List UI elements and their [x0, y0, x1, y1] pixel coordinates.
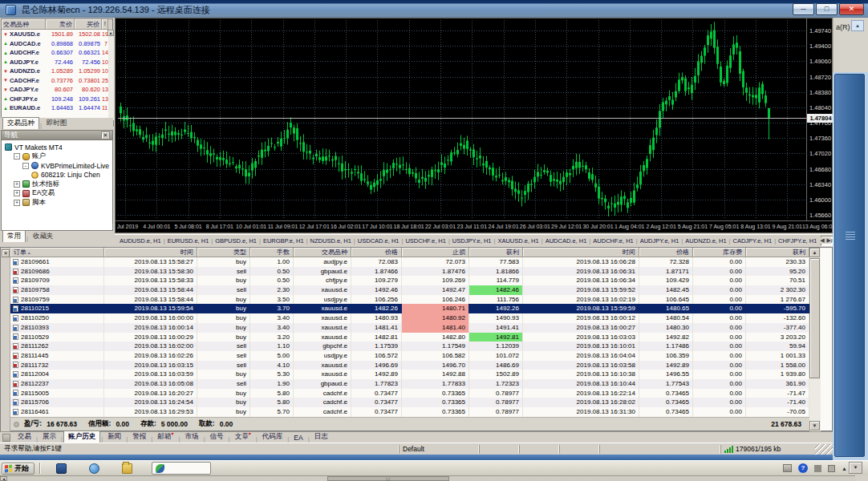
- history-header-cell[interactable]: 交易品种: [294, 248, 351, 257]
- history-header-cell[interactable]: 时间: [523, 248, 639, 257]
- history-row[interactable]: 281102152019.08.13 15:59:54buy3.70xauusd…: [10, 304, 809, 313]
- price-chart-canvas[interactable]: [118, 20, 806, 219]
- terminal-tab-item[interactable]: 文章▾: [231, 430, 255, 443]
- history-header-cell[interactable]: 价格: [351, 248, 402, 257]
- history-header-cell[interactable]: 类型: [197, 248, 250, 257]
- market-watch-row[interactable]: ▲AUDCHF.e0.663070.6632114: [2, 48, 108, 58]
- chart-tab[interactable]: USDJPY.e, H1: [450, 236, 494, 245]
- terminal-tab-item[interactable]: 展示: [39, 431, 60, 443]
- navigator-tab[interactable]: 常用: [2, 230, 26, 242]
- collapse-icon[interactable]: -: [14, 153, 20, 160]
- navigator-tab[interactable]: 收藏夹: [29, 231, 58, 242]
- quick-launch-media-icon[interactable]: [89, 463, 99, 474]
- navigator-tree[interactable]: VT Makets MT4-账户-KVBPrimeLimited-Live608…: [1, 140, 113, 231]
- chart-tab[interactable]: NZDUSD.e, H1: [308, 236, 354, 245]
- chart-tab[interactable]: XAUUSD.e, H1: [495, 236, 541, 245]
- chart-tab[interactable]: GBPUSD.e, H1: [213, 236, 259, 245]
- history-header-cell[interactable]: 止损: [402, 248, 469, 257]
- chart-tab[interactable]: AUDJPY.e, H1: [638, 236, 682, 245]
- history-header-cell[interactable]: 手数: [250, 248, 294, 257]
- terminal-tab-item[interactable]: 警报: [128, 431, 150, 443]
- market-watch-row[interactable]: ▼XAUUSD.e1501.891502.0819: [2, 30, 108, 39]
- tray-icon[interactable]: [828, 465, 835, 472]
- tray-expand-icon[interactable]: ▲: [842, 466, 847, 471]
- market-watch-row[interactable]: ▼AUDNZD.e1.052891.0529910: [2, 67, 108, 76]
- chart-tab[interactable]: EURGBP.e, H1: [261, 236, 306, 245]
- quick-launch-folder-icon[interactable]: [122, 463, 132, 474]
- resize-grip-icon[interactable]: [815, 444, 833, 455]
- history-row[interactable]: 281120042019.08.13 16:03:59buy5.30xauusd…: [10, 370, 809, 379]
- navigator-item[interactable]: -账户: [2, 152, 112, 162]
- minimize-button[interactable]: ─: [793, 3, 814, 15]
- history-row[interactable]: 281097582019.08.13 15:58:44sell2.30xauus…: [10, 285, 809, 295]
- terminal-tab-item[interactable]: 邮箱▾: [153, 430, 177, 443]
- expand-icon[interactable]: +: [14, 190, 20, 196]
- history-row[interactable]: 281097092019.08.13 15:58:33buy0.50chfjpy…: [10, 276, 809, 285]
- market-watch-list[interactable]: ▼XAUUSD.e1501.891502.0819▲AUDCAD.e0.8986…: [2, 30, 108, 119]
- navigator-close-icon[interactable]: ✕: [101, 131, 110, 139]
- navigator-item[interactable]: +脚本: [2, 198, 112, 208]
- start-button[interactable]: 开始: [2, 463, 34, 475]
- terminal-tab-item[interactable]: 市场: [180, 431, 202, 443]
- vertical-scrollbar[interactable]: [833, 72, 868, 460]
- scroll-down-icon[interactable]: ▼: [809, 421, 820, 430]
- navigator-item[interactable]: +EA交易: [2, 189, 112, 199]
- history-row[interactable]: 281117322019.08.13 16:03:15sell4.10xauus…: [10, 361, 809, 370]
- terminal-tab-item[interactable]: EA: [290, 433, 306, 443]
- help-tray-icon[interactable]: ?: [798, 463, 808, 473]
- collapse-icon[interactable]: -: [22, 163, 29, 169]
- terminal-close-icon[interactable]: ✕: [2, 249, 10, 257]
- history-row[interactable]: 281112622019.08.13 16:02:00sell1.10gbpch…: [10, 342, 809, 351]
- scrollbar-thumb[interactable]: |||: [327, 476, 449, 481]
- tab-scroll-right-icon[interactable]: ▶: [827, 237, 831, 244]
- chart-tab[interactable]: AUDUSD.e, H1: [117, 236, 164, 245]
- scroll-up-icon[interactable]: ▲: [809, 248, 820, 257]
- history-row[interactable]: 281097592019.08.13 15:58:44buy3.50usdjpy…: [10, 295, 809, 305]
- history-row[interactable]: 281105292019.08.13 16:00:29buy3.20xauusd…: [10, 333, 809, 342]
- chart-tab[interactable]: USDCAD.e, H1: [355, 236, 402, 245]
- printer-tray-icon[interactable]: [783, 464, 792, 472]
- chart-tab-scroll-arrows[interactable]: ◀▶: [817, 237, 831, 244]
- navigator-item[interactable]: -KVBPrimeLimited-Live: [2, 161, 112, 171]
- history-row[interactable]: 281157062019.08.13 16:24:54buy5.80cadchf…: [10, 398, 809, 407]
- tab-scroll-left-icon[interactable]: ◀: [820, 237, 824, 244]
- terminal-grip[interactable]: ✕: [1, 248, 10, 432]
- terminal-tab-item[interactable]: 信号: [206, 431, 228, 443]
- market-watch-row[interactable]: ▼CADCHF.e0.737760.7380125: [2, 76, 108, 86]
- market-watch-scrollbar[interactable]: ▲ ▼: [108, 30, 114, 127]
- expand-icon[interactable]: +: [14, 200, 20, 206]
- market-watch-header-cell[interactable]: 卖价: [46, 19, 75, 30]
- chart-window[interactable]: 1.497401.494001.490601.487201.483801.480…: [115, 18, 833, 233]
- history-row[interactable]: 281150052019.08.13 16:20:27buy5.80cadchf…: [10, 389, 809, 398]
- quick-launch-app-icon[interactable]: [56, 463, 67, 474]
- terminal-tab-item[interactable]: 交易: [14, 431, 35, 443]
- maximize-button[interactable]: □: [816, 3, 838, 15]
- chart-tab[interactable]: AUDCAD.e, H1: [543, 236, 590, 245]
- scroll-down-icon[interactable]: ▼: [849, 462, 862, 474]
- navigator-item[interactable]: +技术指标: [2, 180, 112, 189]
- market-watch-row[interactable]: ▲AUDCAD.e0.898680.898757: [2, 39, 108, 49]
- market-watch-header-cell[interactable]: !: [102, 19, 108, 30]
- market-watch-tab[interactable]: 交易品种: [2, 117, 39, 129]
- history-header-cell[interactable]: 获利: [746, 248, 809, 257]
- history-scrollbar[interactable]: ▲ ▼: [809, 248, 821, 431]
- history-header-cell[interactable]: 获利: [469, 248, 523, 257]
- chart-tab[interactable]: CHFJPY.e, H1: [776, 236, 819, 245]
- terminal-tab-active[interactable]: 账户历史: [63, 430, 100, 443]
- history-header-cell[interactable]: 订单 ▵: [10, 248, 104, 257]
- navigator-item[interactable]: 608219: Linju Chen: [2, 171, 112, 180]
- chart-tab[interactable]: CADJPY.e, H1: [731, 236, 775, 245]
- chart-tab[interactable]: USDCHF.e, H1: [403, 236, 448, 245]
- navigator-caption[interactable]: 导航 ✕: [1, 130, 113, 140]
- market-watch-row[interactable]: ▲EURAUD.e1.644631.6447411: [2, 103, 108, 113]
- history-row[interactable]: 281122372019.08.13 16:05:08sell1.90gbpau…: [10, 379, 809, 389]
- market-watch-header-cell[interactable]: 交易品种: [2, 19, 46, 30]
- market-watch-tab[interactable]: 即时图: [43, 118, 71, 129]
- terminal-tab-item[interactable]: 日志: [310, 431, 332, 443]
- market-watch-row[interactable]: ▲CHFJPY.e109.248109.26113: [2, 95, 108, 104]
- scroll-up-icon[interactable]: ▲: [851, 20, 864, 31]
- close-button[interactable]: ✕: [839, 3, 864, 15]
- history-header-cell[interactable]: 时间: [104, 248, 197, 257]
- history-header-cell[interactable]: 价格: [639, 248, 693, 257]
- history-row[interactable]: 281114452019.08.13 16:02:26sell5.00usdjp…: [10, 351, 809, 361]
